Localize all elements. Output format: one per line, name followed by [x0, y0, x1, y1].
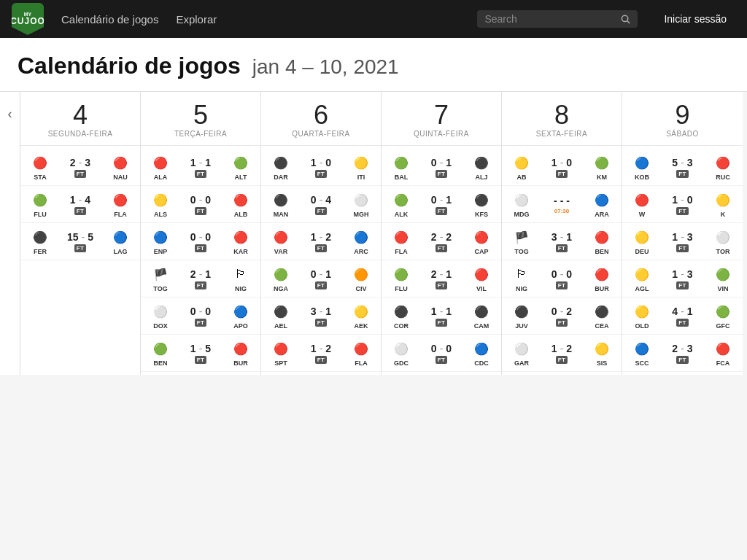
match-card[interactable]: 🔵 KOB 5-3 FT 🔴 RUC — [622, 149, 743, 186]
nav-calendar[interactable]: Calendário de jogos — [61, 13, 158, 26]
home-team: 🔵 ENP — [147, 228, 174, 255]
day-header-4: 4 SEGUNDA-FEIRA — [20, 92, 140, 146]
home-logo: 🏴 — [512, 228, 531, 246]
match-status: FT — [556, 281, 568, 289]
away-code: FLA — [114, 211, 127, 218]
home-code: FER — [34, 248, 47, 255]
home-logo: 🟡 — [632, 228, 651, 246]
away-team: 🔴 BUR — [227, 339, 255, 367]
match-card[interactable]: 🔴 STA 2-3 FT 🔴 NAU — [20, 149, 140, 186]
match-card[interactable]: ⚫ DAR 1-0 FT 🟡 ITI — [261, 149, 381, 186]
match-card[interactable]: 🟡 ALS 0-0 FT 🔴 ALB — [141, 186, 260, 223]
away-logo: 🟠 — [352, 265, 371, 284]
logo[interactable]: MY CUJOO — [12, 3, 44, 35]
away-logo: 🔴 — [352, 339, 371, 358]
home-code: FLU — [34, 211, 47, 218]
match-card[interactable]: 🔴 FLA 2-2 FT 🔴 CAP — [382, 223, 501, 260]
search-box — [477, 10, 638, 28]
away-team: 🔴 FLA — [107, 190, 134, 218]
home-team: 🔴 W — [628, 190, 656, 218]
match-card[interactable]: 🟡 AGL 1-3 FT 🟢 VIN — [622, 260, 743, 298]
away-team: 🔴 BEN — [588, 228, 616, 255]
home-logo: 🟢 — [392, 190, 411, 209]
match-card[interactable]: ⚪ MDG - - - 07:30 🔵 ARA — [502, 186, 622, 223]
home-team: 🔵 KOB — [628, 153, 656, 181]
day-number: 8 — [508, 102, 616, 128]
score: 2-1 — [190, 268, 211, 280]
search-icon — [620, 13, 630, 25]
day-name: QUINTA-FEIRA — [387, 130, 495, 138]
match-card[interactable]: 🟢 NGA 0-1 FT 🟠 CIV — [261, 260, 381, 298]
home-logo: 🏴 — [151, 265, 170, 284]
match-card[interactable]: ⚫ JUV 0-2 FT ⚫ CEA — [502, 298, 622, 335]
match-card[interactable]: 🔴 VAR 1-2 FT 🔵 ARC — [261, 223, 381, 260]
match-status: FT — [556, 356, 568, 364]
day-header-7: 7 QUINTA-FEIRA — [382, 92, 501, 146]
home-team: 🟢 ALK — [387, 190, 415, 218]
match-card[interactable]: 🟢 FLU 2-1 FT 🔴 VIL — [382, 260, 501, 298]
match-card[interactable]: 🟢 FLU 1-4 FT 🔴 FLA — [20, 186, 140, 223]
match-status: FT — [436, 207, 447, 215]
match-card[interactable]: ⚪ GDC 0-0 FT 🔵 CDC — [382, 335, 501, 372]
match-status: FT — [676, 244, 688, 252]
match-card[interactable]: 🟡 AB 1-0 FT 🟢 KM — [502, 149, 622, 186]
match-card[interactable]: 🔴 ALA 1-1 FT 🟢 ALT — [141, 149, 260, 186]
match-card[interactable]: ⚫ AEL 3-1 FT 🟡 AEK — [261, 298, 381, 335]
home-logo: 🟢 — [271, 265, 290, 284]
score-block: 1-1 FT — [418, 306, 465, 327]
home-logo: ⚫ — [271, 153, 290, 172]
matches-list: 🔴 STA 2-3 FT 🔴 NAU 🟢 FLU 1-4 FT 🔴 — [20, 146, 140, 263]
home-team: ⚫ AEL — [267, 302, 295, 330]
nav-explore[interactable]: Explorar — [176, 13, 217, 26]
away-team: 🔴 NAU — [107, 153, 134, 181]
home-code: VAR — [274, 248, 287, 255]
score: 1-3 — [672, 268, 692, 280]
away-code: ARC — [354, 248, 368, 255]
day-header-9: 9 SÁBADO — [622, 92, 743, 146]
home-logo: 🔴 — [31, 153, 50, 172]
score-block: 0-0 FT — [177, 194, 224, 215]
match-status: FT — [556, 244, 568, 252]
home-logo: ⚫ — [271, 190, 290, 209]
match-card[interactable]: 🟢 BEN 1-5 FT 🔴 BUR — [141, 335, 260, 372]
away-logo: 🔴 — [592, 265, 611, 284]
away-team: 🟡 SIS — [588, 339, 616, 367]
home-team: 🔴 FLA — [387, 228, 415, 255]
score: 2-2 — [431, 231, 452, 243]
match-card[interactable]: ⚪ GAR 1-2 FT 🟡 SIS — [502, 335, 622, 372]
match-card[interactable]: ⚫ FER 15-5 FT 🔵 LAG — [20, 223, 140, 260]
score-block: 0-1 FT — [418, 157, 465, 178]
match-card[interactable]: ⚪ DOX 0-0 FT 🔵 APO — [141, 298, 260, 335]
score-block: 1-0 FT — [659, 194, 706, 215]
search-input[interactable] — [484, 13, 616, 25]
home-code: ENP — [154, 248, 168, 255]
match-card[interactable]: ⚫ COR 1-1 FT ⚫ CAM — [382, 298, 501, 335]
match-card[interactable]: 🏴 TOG 2-1 FT 🏳 NIG — [141, 260, 260, 298]
match-card[interactable]: 🏴 TOG 3-1 FT 🔴 BEN — [502, 223, 622, 260]
away-code: ALB — [234, 211, 248, 218]
match-card[interactable]: 🟢 ALK 0-1 FT ⚫ KFS — [382, 186, 501, 223]
match-card[interactable]: 🟡 DEU 1-3 FT ⚪ TOR — [622, 223, 743, 260]
score-block: 0-1 FT — [298, 268, 344, 289]
match-card[interactable]: 🟢 BAL 0-1 FT ⚫ ALJ — [382, 149, 501, 186]
away-code: AEK — [354, 322, 368, 330]
login-button[interactable]: Iniciar sessão — [655, 9, 735, 29]
match-card[interactable]: ⚫ MAN 0-4 FT ⚪ MGH — [261, 186, 381, 223]
match-card[interactable]: 🟡 OLD 4-1 FT 🟢 GFC — [622, 298, 743, 335]
match-card[interactable]: 🏳 NIG 0-0 FT 🔴 BUR — [502, 260, 622, 298]
away-team: ⚫ ALJ — [468, 153, 495, 181]
match-card[interactable]: 🔴 SPT 1-2 FT 🔴 FLA — [261, 335, 381, 372]
away-code: CIV — [355, 285, 366, 292]
away-code: BUR — [595, 285, 609, 292]
match-card[interactable]: 🔵 ENP 0-0 FT 🔴 KAR — [141, 223, 260, 260]
match-status: FT — [315, 207, 327, 215]
prev-week-button[interactable]: ‹ — [0, 92, 20, 375]
away-team: ⚫ CAM — [468, 302, 495, 330]
match-card[interactable]: 🔵 SCC 2-3 FT 🔴 FCA — [622, 335, 743, 372]
away-team: ⚪ MGH — [347, 190, 375, 218]
home-logo: 🟢 — [31, 190, 50, 209]
home-code: OLD — [635, 322, 649, 330]
match-card[interactable]: 🔴 W 1-0 FT 🟡 K — [622, 186, 743, 223]
home-code: FLU — [395, 285, 408, 292]
home-code: SPT — [274, 359, 287, 367]
